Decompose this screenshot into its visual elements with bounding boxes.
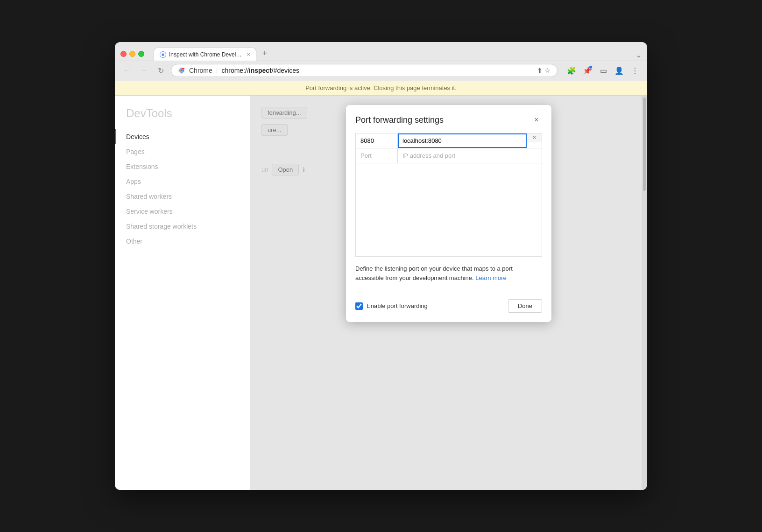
cast-badge <box>589 65 593 69</box>
enable-forwarding-checkbox-label[interactable]: Enable port forwarding <box>355 302 428 310</box>
sidebar-item-shared-storage[interactable]: Shared storage worklets <box>115 219 250 234</box>
close-window-button[interactable] <box>120 51 127 57</box>
bookmark-icon[interactable]: ☆ <box>544 67 550 74</box>
modal-close-button[interactable]: × <box>531 114 542 126</box>
toolbar-icons: 🧩 📌 ▭ 👤 ⋮ <box>565 64 642 77</box>
placeholder-row: Port IP address and port <box>356 148 542 163</box>
address-placeholder: IP address and port <box>398 148 542 163</box>
tab-close-button[interactable]: × <box>247 51 250 58</box>
checkbox-label-text: Enable port forwarding <box>367 302 428 309</box>
done-button[interactable]: Done <box>508 299 542 313</box>
minimize-window-button[interactable] <box>129 51 135 57</box>
tab-title: Inspect with Chrome Develope <box>169 51 242 58</box>
main-content: forwarding... ure... url Open ℹ Port for… <box>250 96 647 490</box>
tab-bar: Inspect with Chrome Develope × + ⌄ <box>154 47 642 61</box>
reload-button[interactable]: ↻ <box>154 64 167 77</box>
page-content: DevTools Devices Pages Extensions Apps S… <box>115 96 647 490</box>
title-bar: Inspect with Chrome Develope × + ⌄ <box>115 42 647 61</box>
forward-button[interactable]: → <box>137 64 150 77</box>
learn-more-link[interactable]: Learn more <box>475 274 506 281</box>
enable-forwarding-checkbox[interactable] <box>355 302 363 310</box>
modal-title: Port forwarding settings <box>355 115 444 125</box>
info-banner: Port forwarding is active. Closing this … <box>115 81 647 96</box>
browser-window: Inspect with Chrome Develope × + ⌄ ← → ↻… <box>115 42 647 490</box>
address-input[interactable] <box>398 133 527 148</box>
banner-text: Port forwarding is active. Closing this … <box>305 84 457 91</box>
sidebar-nav: Devices Pages Extensions Apps Shared wor… <box>115 129 250 249</box>
chrome-logo-icon <box>178 67 185 74</box>
delete-row-button[interactable]: × <box>527 133 542 142</box>
maximize-window-button[interactable] <box>138 51 144 57</box>
port-forwarding-table: × Port IP address and port <box>355 133 542 163</box>
new-tab-button[interactable]: + <box>258 47 271 60</box>
sidebar-item-service-workers[interactable]: Service workers <box>115 204 250 219</box>
sidebar-item-extensions[interactable]: Extensions <box>115 159 250 174</box>
sidebar-item-devices[interactable]: Devices <box>115 129 250 144</box>
port-row: × <box>356 133 542 148</box>
tab-favicon <box>160 51 166 58</box>
svg-point-1 <box>162 53 164 56</box>
sidebar-item-apps[interactable]: Apps <box>115 174 250 189</box>
modal-body: × Port IP address and port Define the li… <box>346 133 551 294</box>
sidebar: DevTools Devices Pages Extensions Apps S… <box>115 96 250 490</box>
empty-area <box>355 163 542 257</box>
address-brand: Chrome <box>189 67 212 74</box>
address-actions: ⬆ ☆ <box>537 67 550 74</box>
modal-overlay: Port forwarding settings × × <box>250 96 647 490</box>
back-button[interactable]: ← <box>120 64 134 77</box>
profile-icon[interactable]: 👤 <box>613 64 626 77</box>
cast-icon[interactable]: 📌 <box>581 64 594 77</box>
address-bar-row: ← → ↻ Chrome | chrome://inspect/#devices… <box>115 61 647 81</box>
sidebar-item-pages[interactable]: Pages <box>115 144 250 159</box>
modal-header: Port forwarding settings × <box>346 105 551 133</box>
sidebar-item-shared-workers[interactable]: Shared workers <box>115 189 250 204</box>
modal-footer: Enable port forwarding Done <box>346 294 551 322</box>
address-url: chrome://inspect/#devices <box>221 67 299 74</box>
active-tab[interactable]: Inspect with Chrome Develope × <box>154 48 256 61</box>
extensions-icon[interactable]: 🧩 <box>565 64 578 77</box>
share-icon[interactable]: ⬆ <box>537 67 543 74</box>
sidebar-item-other[interactable]: Other <box>115 234 250 249</box>
sidebar-icon[interactable]: ▭ <box>597 64 610 77</box>
address-bar[interactable]: Chrome | chrome://inspect/#devices ⬆ ☆ <box>171 64 557 77</box>
tab-overflow-button[interactable]: ⌄ <box>636 51 642 59</box>
modal-description: Define the listening port on your device… <box>355 257 542 286</box>
port-forwarding-modal: Port forwarding settings × × <box>346 105 551 322</box>
port-placeholder: Port <box>356 148 398 163</box>
svg-point-4 <box>181 70 183 72</box>
menu-icon[interactable]: ⋮ <box>628 64 642 77</box>
port-input[interactable] <box>356 133 398 148</box>
sidebar-title: DevTools <box>115 107 250 129</box>
traffic-lights <box>120 51 144 57</box>
